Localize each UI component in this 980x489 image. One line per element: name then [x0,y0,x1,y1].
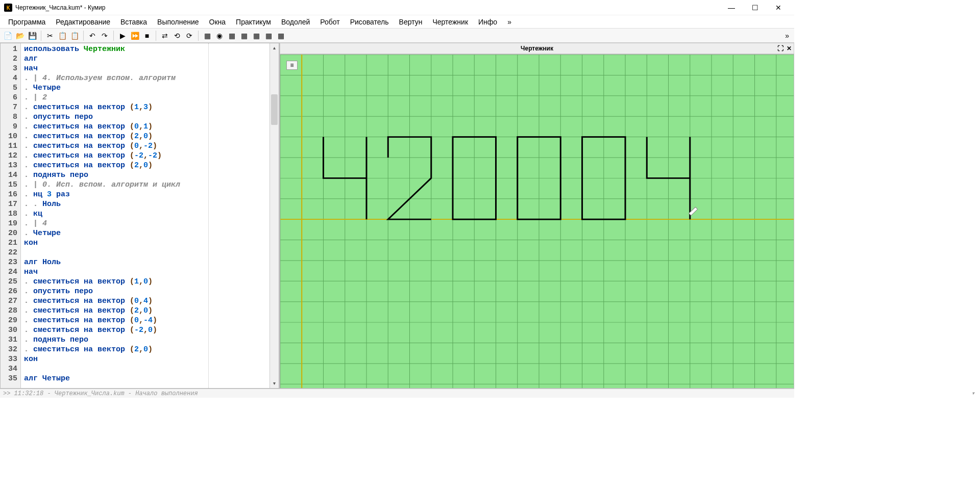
code-line[interactable]: . | 4 [24,219,205,228]
code-line[interactable]: . опустить перо [24,112,205,122]
line-number: 12 [1,151,17,161]
code-line[interactable] [24,364,205,374]
line-number: 19 [1,219,17,228]
line-number: 22 [1,248,17,258]
menu-5[interactable]: Практикум [231,16,276,28]
menu-8[interactable]: Рисователь [345,16,394,28]
code-line[interactable]: алг Четыре [24,374,205,383]
toolbar-btn-24[interactable]: ▦ [263,30,274,41]
menu-9[interactable]: Вертун [394,16,428,28]
code-line[interactable] [24,248,205,258]
code-line[interactable]: кон [24,354,205,364]
menu-1[interactable]: Редактирование [51,16,115,28]
toolbar-btn-4[interactable]: ✂ [44,30,56,41]
toolbar-btn-6[interactable]: 📋 [69,30,80,41]
menu-12[interactable]: » [502,16,517,28]
code-line[interactable]: . | 2 [24,93,205,102]
panel-title-text: Чертежник [521,45,553,52]
code-line[interactable]: нач [24,267,205,277]
code-editor[interactable]: использовать Чертежникалгнач. | 4. Испол… [21,43,208,388]
code-line[interactable]: . сместиться на вектор (1,0) [24,277,205,287]
panel-title: Чертежник ⛶ ✕ [280,43,794,54]
toolbar-btn-19[interactable]: ▦ [202,30,213,41]
code-line[interactable]: . Четыре [24,228,205,238]
toolbar-btn-12[interactable]: ⏩ [129,30,140,41]
code-line[interactable]: . Четыре [24,83,205,93]
code-line[interactable]: . сместиться на вектор (0,1) [24,122,205,132]
titlebar: К Чертежник_Числа.kum* - Кумир — ☐ ✕ [0,0,794,15]
code-line[interactable]: . сместиться на вектор (2,0) [24,132,205,141]
toolbar-btn-21[interactable]: ▦ [226,30,237,41]
code-line[interactable]: . сместиться на вектор (2,0) [24,306,205,316]
menu-2[interactable]: Вставка [115,16,152,28]
toolbar-btn-8[interactable]: ↶ [87,30,98,41]
panel-max-icon[interactable]: ⛶ [777,45,783,52]
line-number: 6 [1,93,17,102]
code-line[interactable]: . поднять перо [24,335,205,345]
close-button[interactable]: ✕ [767,0,790,15]
code-line[interactable]: кон [24,238,205,248]
code-line[interactable]: . | 4. Используем вспом. алгоритм [24,73,205,83]
drawing-canvas[interactable]: ≡ [280,54,794,389]
code-line[interactable]: . . Ноль [24,199,205,209]
toolbar-sep [198,31,199,41]
code-line[interactable]: . сместиться на вектор (-2,0) [24,325,205,335]
toolbar-btn-13[interactable]: ■ [141,30,153,41]
line-number: 13 [1,161,17,170]
vertical-scrollbar[interactable]: ▴ ▾ [270,43,279,388]
toolbar-btn-2[interactable]: 💾 [27,30,38,41]
code-line[interactable]: . сместиться на вектор (2,0) [24,161,205,170]
toolbar-btn-20[interactable]: ◉ [214,30,225,41]
panel-close-icon[interactable]: ✕ [787,45,792,52]
scroll-down-icon[interactable]: ▾ [270,379,279,388]
toolbar-btn-25[interactable]: ▦ [275,30,286,41]
menu-11[interactable]: Инфо [473,16,502,28]
code-line[interactable]: . поднять перо [24,170,205,180]
toolbar-btn-23[interactable]: ▦ [251,30,262,41]
code-line[interactable]: . сместиться на вектор (2,0) [24,345,205,354]
menu-6[interactable]: Водолей [276,16,315,28]
toolbar-btn-11[interactable]: ▶ [117,30,128,41]
code-line[interactable]: . | 0. Исп. вспом. алгоритм и цикл [24,180,205,190]
menu-4[interactable]: Окна [204,16,231,28]
code-line[interactable]: . кц [24,209,205,219]
code-line[interactable]: алг [24,54,205,64]
code-line[interactable]: нач [24,64,205,73]
svg-rect-0 [280,55,794,388]
line-number: 26 [1,287,17,296]
toolbar: 📄📂💾✂📋📋↶↷▶⏩■⇄⟲⟳▦◉▦▦▦▦▦» [0,29,794,43]
toolbar-btn-1[interactable]: 📂 [14,30,26,41]
menu-10[interactable]: Чертежник [427,16,473,28]
line-number: 3 [1,64,17,73]
scroll-thumb[interactable] [271,94,278,125]
line-number: 23 [1,258,17,267]
window-title: Чертежник_Числа.kum* - Кумир [15,4,720,11]
scroll-up-icon[interactable]: ▴ [270,43,279,53]
menu-0[interactable]: Программа [3,16,51,28]
code-line[interactable]: . нц 3 раз [24,190,205,199]
toolbar-btn-5[interactable]: 📋 [57,30,68,41]
line-number: 24 [1,267,17,277]
menu-7[interactable]: Робот [315,16,345,28]
code-line[interactable]: . опустить перо [24,287,205,296]
code-line[interactable]: . сместиться на вектор (0,-2) [24,141,205,151]
code-line[interactable]: . сместиться на вектор (1,3) [24,102,205,112]
maximize-button[interactable]: ☐ [743,0,767,15]
line-number: 25 [1,277,17,287]
toolbar-btn-0[interactable]: 📄 [2,30,13,41]
code-line[interactable]: алг Ноль [24,258,205,267]
menu-3[interactable]: Выполнение [152,16,204,28]
code-line[interactable]: . сместиться на вектор (0,4) [24,296,205,306]
toolbar-overflow-icon[interactable]: » [782,32,792,40]
toolbar-btn-16[interactable]: ⟲ [172,30,183,41]
code-line[interactable]: . сместиться на вектор (0,-4) [24,316,205,325]
toolbar-btn-15[interactable]: ⇄ [159,30,170,41]
code-line[interactable]: . сместиться на вектор (-2,-2) [24,151,205,161]
toolbar-btn-22[interactable]: ▦ [238,30,250,41]
toolbar-btn-9[interactable]: ↷ [99,30,110,41]
toolbar-btn-17[interactable]: ⟳ [184,30,195,41]
line-number: 20 [1,228,17,238]
code-line[interactable]: использовать Чертежник [24,44,205,54]
minimize-button[interactable]: — [720,0,743,15]
canvas-menu-icon[interactable]: ≡ [286,61,298,70]
